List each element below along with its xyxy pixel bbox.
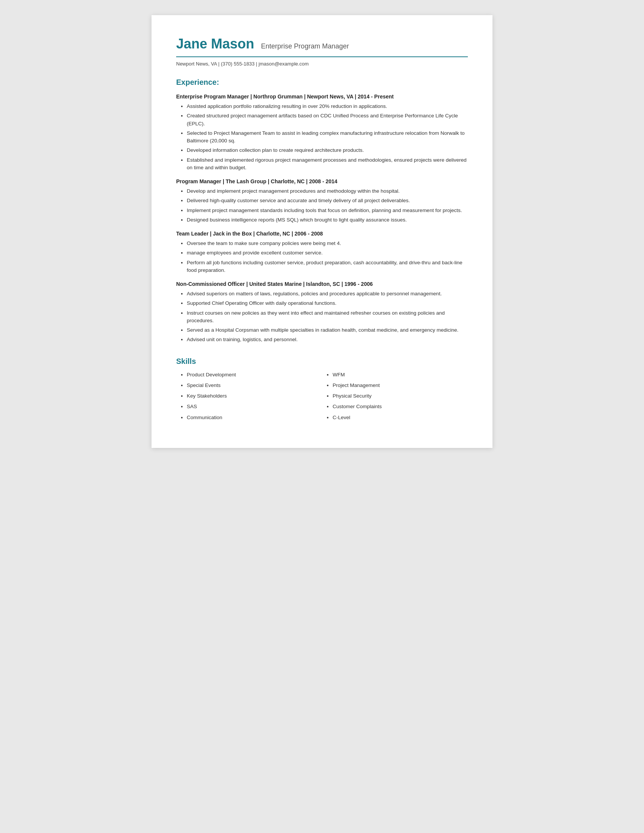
list-item: Delivered high-quality customer service … — [187, 197, 468, 204]
experience-section-title: Experience: — [176, 78, 468, 87]
list-item: Product Development — [187, 371, 322, 379]
list-item: Created structured project management ar… — [187, 112, 468, 128]
header-divider — [176, 56, 468, 57]
job-header-1: Enterprise Program Manager | Northrop Gr… — [176, 93, 468, 100]
list-item: Project Management — [333, 382, 468, 389]
list-item: Established and implemented rigorous pro… — [187, 156, 468, 172]
list-item: SAS — [187, 403, 322, 410]
list-item: Develop and implement project management… — [187, 187, 468, 195]
header-section: Jane Mason Enterprise Program Manager Ne… — [176, 36, 468, 67]
list-item: Advised unit on training, logistics, and… — [187, 336, 468, 343]
list-item: manage employees and provide excellent c… — [187, 249, 468, 257]
skills-left-column: Product Development Special Events Key S… — [176, 371, 322, 425]
list-item: C-Level — [333, 414, 468, 421]
list-item: Advised superiors on matters of laws, re… — [187, 290, 468, 298]
list-item: Perform all job functions including cust… — [187, 259, 468, 275]
job-bullets-1: Assisted application portfolio rationali… — [176, 103, 468, 172]
skills-section-title: Skills — [176, 357, 468, 366]
list-item: Implement project management standards i… — [187, 207, 468, 214]
candidate-name: Jane Mason — [176, 36, 254, 52]
name-title-row: Jane Mason Enterprise Program Manager — [176, 36, 468, 52]
job-bullets-2: Develop and implement project management… — [176, 187, 468, 224]
list-item: Selected to Project Management Team to a… — [187, 130, 468, 145]
list-item: Customer Complaints — [333, 403, 468, 410]
list-item: Instruct courses on new policies as they… — [187, 309, 468, 325]
skills-left-list: Product Development Special Events Key S… — [176, 371, 322, 421]
list-item: Physical Security — [333, 392, 468, 400]
skills-right-column: WFM Project Management Physical Security… — [322, 371, 468, 425]
job-bullets-4: Advised superiors on matters of laws, re… — [176, 290, 468, 344]
list-item: Served as a Hospital Corpsman with multi… — [187, 326, 468, 334]
contact-info: Newport News, VA | (370) 555-1833 | jmas… — [176, 61, 468, 67]
list-item: Oversee the team to make sure company po… — [187, 240, 468, 247]
list-item: Supported Chief Operating Officer with d… — [187, 299, 468, 307]
skills-right-list: WFM Project Management Physical Security… — [322, 371, 468, 421]
skills-columns: Product Development Special Events Key S… — [176, 371, 468, 425]
skills-section: Skills Product Development Special Event… — [176, 357, 468, 425]
list-item: Communication — [187, 414, 322, 421]
list-item: Key Stakeholders — [187, 392, 322, 400]
list-item: WFM — [333, 371, 468, 379]
list-item: Special Events — [187, 382, 322, 389]
candidate-title: Enterprise Program Manager — [261, 42, 349, 50]
job-header-3: Team Leader | Jack in the Box | Charlott… — [176, 231, 468, 236]
experience-section: Experience: Enterprise Program Manager |… — [176, 78, 468, 344]
list-item: Designed business intelligence reports (… — [187, 216, 468, 224]
resume-page: Jane Mason Enterprise Program Manager Ne… — [151, 15, 493, 448]
list-item: Developed information collection plan to… — [187, 146, 468, 154]
list-item: Assisted application portfolio rationali… — [187, 103, 468, 110]
job-bullets-3: Oversee the team to make sure company po… — [176, 240, 468, 274]
job-header-4: Non-Commissioned Officer | United States… — [176, 281, 468, 287]
job-header-2: Program Manager | The Lash Group | Charl… — [176, 178, 468, 184]
